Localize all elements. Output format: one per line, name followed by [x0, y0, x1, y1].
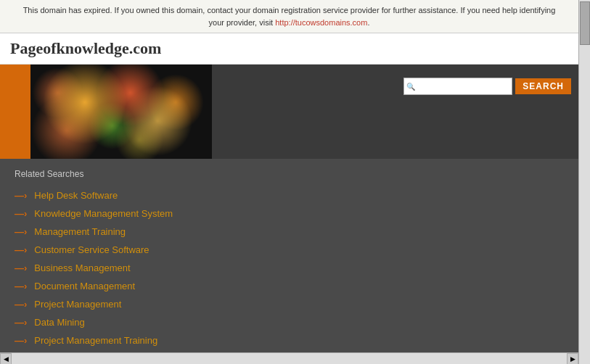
- search-link[interactable]: Business Management: [34, 262, 130, 273]
- search-button[interactable]: SEARCH: [515, 78, 571, 94]
- arrow-icon: —›: [15, 190, 27, 201]
- links-list: —›Help Desk Software—›Knowledge Manageme…: [15, 186, 564, 352]
- search-link[interactable]: Project Management: [34, 299, 121, 310]
- arrow-icon: —›: [15, 299, 27, 310]
- arrow-icon: —›: [15, 335, 27, 346]
- arrow-icon: —›: [15, 262, 27, 273]
- arrow-icon: —›: [15, 244, 27, 255]
- notification-bar: This domain has expired. If you owned th…: [0, 0, 578, 33]
- list-item[interactable]: —›Document Management: [15, 277, 564, 295]
- list-item[interactable]: —›Customer Service Software: [15, 241, 564, 259]
- header: Pageofknowledge.com: [0, 33, 578, 65]
- search-link[interactable]: Management Training: [34, 226, 126, 237]
- scrollbar-track[interactable]: [578, 0, 590, 364]
- banner: SEARCH: [0, 65, 578, 159]
- related-searches-label: Related Searches: [15, 169, 564, 179]
- list-item[interactable]: —›Knowledge Management System: [15, 204, 564, 223]
- list-item[interactable]: —›Project Management: [15, 295, 564, 313]
- bokeh-image: [30, 65, 212, 159]
- list-item[interactable]: —›Help Desk Software: [15, 186, 564, 204]
- scroll-left-button[interactable]: ◀: [0, 353, 12, 365]
- arrow-icon: —›: [15, 226, 27, 237]
- search-wrapper: [403, 78, 512, 95]
- site-title: Pageofknowledge.com: [10, 39, 161, 57]
- search-link[interactable]: Project Management Training: [34, 335, 157, 346]
- search-container: SEARCH: [403, 78, 571, 95]
- list-item[interactable]: —›Project Management Training: [15, 331, 564, 349]
- search-link[interactable]: Document Management: [34, 281, 135, 291]
- search-link[interactable]: Data Mining: [34, 317, 84, 328]
- search-link[interactable]: Customer Service Software: [34, 244, 149, 255]
- arrow-icon: —›: [15, 317, 27, 328]
- scroll-right-button[interactable]: ▶: [567, 353, 578, 365]
- list-item[interactable]: —›Management Training: [15, 223, 564, 241]
- banner-mid: SEARCH: [212, 65, 578, 159]
- arrow-icon: —›: [15, 281, 27, 291]
- search-input[interactable]: [403, 78, 512, 95]
- arrow-icon: —›: [15, 208, 27, 219]
- bottom-scrollbar: ◀ ▶: [0, 352, 578, 364]
- page-wrapper: This domain has expired. If you owned th…: [0, 0, 590, 364]
- scrollbar-thumb[interactable]: [580, 1, 590, 45]
- orange-bar: [0, 65, 30, 159]
- search-link[interactable]: Help Desk Software: [34, 190, 118, 201]
- list-item[interactable]: —›Data Mining: [15, 313, 564, 331]
- list-item[interactable]: —›Business Management: [15, 259, 564, 277]
- search-link[interactable]: Knowledge Management System: [34, 208, 173, 219]
- main-content: Related Searches —›Help Desk Software—›K…: [0, 159, 578, 352]
- content-area: This domain has expired. If you owned th…: [0, 0, 578, 352]
- notification-link[interactable]: http://tucowsdomains.com: [275, 18, 367, 27]
